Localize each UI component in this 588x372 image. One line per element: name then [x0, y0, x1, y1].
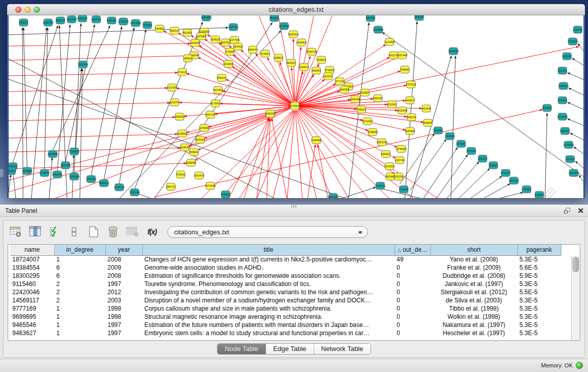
table-cell[interactable]: 5.3E-5 [517, 296, 561, 304]
table-cell[interactable]: Disruption of a novel member of a sodium… [142, 296, 395, 304]
column-header-year[interactable]: year [105, 245, 142, 255]
table-cell[interactable]: 2003 [105, 296, 142, 304]
table-row[interactable]: 946362711997Embryonic stem cells: a mode… [10, 329, 561, 337]
network-canvas[interactable]: 4435572206914069065123166133071065328713… [9, 15, 583, 198]
table-cell[interactable]: Corpus callosum shape and size in male p… [142, 304, 395, 313]
table-cell[interactable]: Franke et al. (2009) [430, 264, 517, 272]
table-cell[interactable]: 18300295 [10, 272, 54, 280]
table-cell[interactable]: 1 [54, 329, 105, 337]
new-table-icon[interactable] [86, 225, 101, 239]
table-cell[interactable]: 5.3E-5 [517, 304, 561, 313]
table-cell[interactable]: 0 [395, 288, 430, 296]
table-cell[interactable]: 1 [54, 313, 105, 321]
table-cell[interactable]: Tourette syndrome. Phenomenology and cla… [142, 280, 395, 288]
table-cell[interactable]: 9115460 [10, 280, 54, 288]
table-cell[interactable]: 1998 [105, 313, 142, 321]
row-height-icon[interactable] [67, 225, 81, 239]
function-builder-icon[interactable]: f(x) [145, 225, 159, 239]
table-row[interactable]: 946554611997Estimation of the future num… [10, 321, 561, 329]
table-cell[interactable]: Structural magnetic resonance image aver… [142, 313, 395, 321]
table-cell[interactable]: 0 [395, 304, 430, 313]
table-cell[interactable]: 1 [54, 321, 105, 329]
table-cell[interactable]: de Silva et al. (2003) [430, 296, 517, 304]
table-cell[interactable]: 2 [54, 280, 105, 288]
table-row[interactable]: 1830029562008Estimation of significance … [10, 272, 561, 280]
table-cell[interactable]: Stergiakouli et al. (2012) [430, 288, 517, 296]
table-cell[interactable]: Estimation of the future numbers of pati… [142, 321, 395, 329]
column-header-title[interactable]: title [142, 245, 395, 255]
table-cell[interactable]: 22420046 [10, 288, 54, 296]
table-row[interactable]: 911546021997Tourette syndrome. Phenomeno… [10, 280, 561, 288]
memory-status-icon[interactable] [576, 362, 583, 369]
column-header-out_de[interactable]: △out_de… [395, 245, 430, 255]
table-row[interactable]: 969969511998Structural magnetic resonanc… [10, 313, 561, 321]
network-graph[interactable]: 4435572206914069065123166133071065328713… [9, 15, 583, 198]
table-cell[interactable]: 5.5E-5 [517, 288, 561, 296]
table-cell[interactable]: Jankovic et al. (1997) [430, 280, 517, 288]
table-cell[interactable]: 9463627 [10, 329, 54, 337]
table-cell[interactable]: 0 [395, 264, 430, 272]
table-cell[interactable]: Investigating the contribution of common… [142, 288, 395, 296]
splitter-grip[interactable] [291, 205, 297, 208]
table-cell[interactable]: 1997 [105, 321, 142, 329]
tab-network-table[interactable]: Network Table [314, 344, 371, 354]
table-cell[interactable]: Genome-wide association studies in ADHD. [142, 264, 395, 272]
column-header-short[interactable]: short [430, 245, 517, 255]
table-select-dropdown[interactable]: citations_edges.txt [167, 226, 368, 238]
vertical-scrollbar[interactable] [571, 256, 580, 340]
scrollbar-thumb[interactable] [573, 257, 579, 272]
table-cell[interactable]: 6 [54, 264, 105, 272]
table-cell[interactable]: 6 [54, 272, 105, 280]
column-header-pagerank[interactable]: pagerank [517, 245, 561, 255]
table-row[interactable]: 2242004622012Investigating the contribut… [10, 288, 561, 296]
panel-collapse-handle[interactable] [0, 169, 4, 177]
table-cell[interactable]: Yano et al. (2008) [430, 255, 517, 264]
table-cell[interactable]: 2012 [105, 288, 142, 296]
table-cell[interactable]: Embryonic stem cells: a model to study s… [142, 329, 395, 337]
table-cell[interactable]: 9777169 [10, 304, 54, 313]
table-cell[interactable]: 5.3E-5 [517, 313, 561, 321]
table-cell[interactable]: 1997 [105, 329, 142, 337]
table-row[interactable]: 1872400712008Changes of HCN gene express… [10, 255, 561, 264]
column-visibility-icon[interactable] [28, 225, 42, 239]
table-cell[interactable]: Tibbo et al. (1998) [430, 304, 517, 313]
tab-edge-table[interactable]: Edge Table [266, 344, 314, 354]
table-cell[interactable]: 9465546 [10, 321, 54, 329]
table-cell[interactable]: 0 [395, 280, 430, 288]
table-cell[interactable]: 2 [54, 296, 105, 304]
column-header-name[interactable]: name [10, 245, 54, 255]
table-cell[interactable]: 18724007 [10, 255, 54, 264]
table-cell[interactable]: 2 [54, 288, 105, 296]
import-table-icon-disabled[interactable] [125, 225, 140, 239]
table-cell[interactable]: Wolkin et al. (1998) [430, 313, 517, 321]
table-cell[interactable]: Nakamura et al. (1997) [430, 321, 517, 329]
table-cell[interactable]: 5.3E-5 [517, 255, 561, 264]
table-cell[interactable]: 5.3E-5 [517, 280, 561, 288]
table-cell[interactable]: 0 [395, 329, 430, 337]
table-cell[interactable]: 0 [395, 321, 430, 329]
table-cell[interactable]: 14569117 [10, 296, 54, 304]
table-cell[interactable]: 1998 [105, 304, 142, 313]
table-cell[interactable]: 5.3E-5 [517, 321, 561, 329]
table-cell[interactable]: 5.6E-5 [517, 264, 561, 272]
table-cell[interactable]: 2009 [105, 264, 142, 272]
table-cell[interactable]: 5.9E-5 [517, 272, 561, 280]
table-cell[interactable]: 0 [395, 296, 430, 304]
table-cell[interactable]: 1 [54, 304, 105, 313]
float-panel-icon[interactable] [564, 208, 571, 214]
column-header-in_degree[interactable]: in_degree [54, 245, 105, 255]
table-cell[interactable]: 1 [54, 255, 105, 264]
table-cell[interactable]: 5.3E-5 [517, 329, 561, 337]
table-cell[interactable]: 19384554 [10, 264, 54, 272]
window-titlebar[interactable]: citations_edges.txt [7, 4, 585, 15]
row-selection-icon[interactable] [48, 225, 62, 239]
table-cell[interactable]: 1997 [105, 280, 142, 288]
close-panel-icon[interactable]: ✕ [577, 207, 584, 214]
table-cell[interactable]: 9699695 [10, 313, 54, 321]
table-row[interactable]: 1938455462009Genome-wide association stu… [10, 264, 561, 272]
table-cell[interactable]: 0 [395, 313, 430, 321]
delete-table-icon[interactable] [106, 225, 120, 239]
table-row[interactable]: 1456911722003Disruption of a novel membe… [10, 296, 561, 304]
table-cell[interactable]: 2008 [105, 255, 142, 264]
table-cell[interactable]: 49 [395, 255, 430, 264]
